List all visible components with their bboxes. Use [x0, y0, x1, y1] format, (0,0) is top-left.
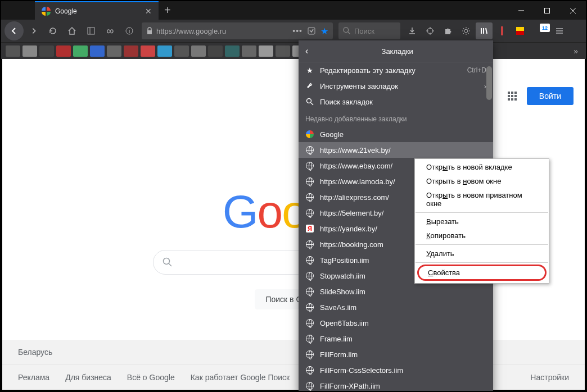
bookmark-label: TagPosition.iim: [320, 256, 369, 265]
bookmark-label: Stopwatch.iim: [320, 272, 365, 280]
back-button[interactable]: [4, 21, 24, 40]
bookmark-item[interactable]: [39, 45, 54, 57]
bookmark-item[interactable]: [242, 45, 256, 57]
star-icon: ★: [305, 66, 314, 75]
context-open-private-window[interactable]: Открыть в новом приватном окне: [415, 188, 549, 211]
context-open-new-window[interactable]: Открыть в новом окне: [415, 174, 549, 188]
tab-title: Google: [55, 7, 141, 15]
context-properties[interactable]: Свойства: [417, 265, 547, 281]
bookmark-label: FillForm-XPath.iim: [320, 382, 380, 390]
bookmark-item[interactable]: [141, 45, 155, 57]
bookmark-item[interactable]: [73, 45, 88, 57]
minimize-button[interactable]: [508, 1, 534, 20]
forward-button[interactable]: [25, 22, 43, 40]
tab-close-icon[interactable]: ✕: [145, 7, 152, 16]
bookmark-item[interactable]: Open6Tabs.iim: [299, 315, 493, 331]
extension-crosshair-icon[interactable]: [422, 22, 439, 39]
search-bookmarks-row[interactable]: Поиск закладок: [299, 94, 493, 110]
sidebar-button[interactable]: [82, 22, 100, 40]
footer-link[interactable]: Всё о Google: [127, 373, 175, 382]
bookmark-item[interactable]: [22, 45, 37, 57]
bookmark-item[interactable]: [225, 45, 240, 57]
browser-tab[interactable]: Google ✕: [35, 1, 159, 20]
context-copy[interactable]: Копировать: [415, 229, 549, 243]
bookmark-label: Frame.iim: [320, 335, 353, 343]
search-icon: [305, 97, 314, 106]
bookmark-item[interactable]: SlideShow.iim: [299, 284, 493, 299]
bookmark-label: https://booking.com: [320, 240, 383, 249]
menu-separator: [416, 212, 548, 213]
bookmark-label: https://yandex.by/: [320, 225, 377, 233]
bookmark-item[interactable]: FillForm-CssSelectors.iim: [299, 362, 493, 378]
bookmark-label: https://www.ebay.com/: [320, 162, 392, 170]
download-button[interactable]: [404, 22, 421, 39]
info-button[interactable]: i: [120, 22, 138, 40]
context-delete[interactable]: Удалить: [415, 247, 549, 261]
footer-link[interactable]: Настройки: [530, 373, 569, 382]
maximize-button[interactable]: [534, 1, 560, 20]
svg-line-11: [348, 32, 350, 34]
extension-puzzle-icon[interactable]: [440, 22, 457, 39]
bookmark-item[interactable]: SaveAs.iim: [299, 299, 493, 315]
reader-icon[interactable]: [307, 26, 316, 35]
bookmark-tools-row[interactable]: Инструменты закладок ›: [299, 78, 493, 94]
library-button[interactable]: [476, 22, 493, 39]
context-cut[interactable]: Вырезать: [415, 215, 549, 229]
bookmark-item[interactable]: [90, 45, 105, 57]
containers-button[interactable]: ∞: [101, 22, 119, 40]
bookmark-item[interactable]: [6, 45, 20, 57]
lock-icon: [146, 27, 153, 35]
globe-icon: [305, 208, 314, 217]
bookmark-star-icon[interactable]: ★: [320, 26, 328, 37]
footer-link[interactable]: Как работает Google Поиск: [191, 373, 290, 382]
bookmark-item[interactable]: [56, 45, 71, 57]
edit-bookmark-row[interactable]: ★ Редактировать эту закладку Ctrl+D: [299, 62, 493, 78]
yandex-icon: Я: [305, 224, 314, 233]
bookmark-item[interactable]: [157, 45, 172, 57]
globe-icon: [305, 193, 314, 202]
bookmark-label: SaveAs.iim: [320, 303, 356, 312]
signin-button[interactable]: Войти: [527, 87, 574, 105]
url-bar[interactable]: https://www.google.ru ••• ★: [142, 22, 333, 39]
reload-button[interactable]: [44, 22, 62, 40]
bookmark-item[interactable]: [276, 45, 290, 57]
settings-gear-icon[interactable]: [458, 22, 475, 39]
bookmark-label: Open6Tabs.iim: [320, 319, 369, 327]
globe-icon: [305, 145, 314, 154]
panel-scrollbar[interactable]: [486, 66, 492, 100]
wrench-icon: [305, 81, 314, 90]
bookmark-item[interactable]: [191, 45, 206, 57]
google-header: Войти: [508, 87, 574, 105]
hamburger-menu-icon[interactable]: [551, 22, 568, 39]
google-favicon: [42, 7, 51, 16]
bookmark-item[interactable]: [259, 45, 273, 57]
extension-red-icon[interactable]: [494, 22, 511, 39]
context-menu: Открыть в новой вкладке Открыть в новом …: [414, 158, 549, 284]
bookmark-item[interactable]: FillForm.iim: [299, 347, 493, 362]
bookmark-item[interactable]: https://www.21vek.by/: [299, 142, 493, 158]
svg-line-20: [486, 28, 487, 34]
google-apps-icon[interactable]: [508, 92, 517, 101]
close-button[interactable]: [560, 1, 586, 20]
extension-flag-icon[interactable]: [512, 22, 529, 39]
bookmark-item[interactable]: Frame.iim: [299, 331, 493, 347]
svg-rect-1: [545, 8, 550, 13]
page-actions-icon[interactable]: •••: [292, 26, 302, 35]
calendar-icon[interactable]: 12: [530, 22, 550, 39]
globe-icon: [305, 287, 314, 296]
bookmark-item[interactable]: [124, 45, 138, 57]
bookmark-item[interactable]: Google: [299, 126, 493, 142]
new-tab-button[interactable]: +: [159, 1, 177, 20]
home-button[interactable]: [63, 22, 81, 40]
bookmark-item[interactable]: [107, 45, 121, 57]
search-bar[interactable]: Поиск: [338, 22, 400, 39]
bookmark-item[interactable]: [208, 45, 223, 57]
recent-section-header: Недавно добавленные закладки: [299, 110, 493, 126]
footer-link[interactable]: Реклама: [18, 373, 49, 382]
bookmark-item[interactable]: [174, 45, 189, 57]
bookmark-overflow-icon[interactable]: »: [570, 47, 581, 56]
context-open-new-tab[interactable]: Открыть в новой вкладке: [415, 160, 549, 174]
footer-link[interactable]: Для бизнеса: [65, 373, 111, 382]
bookmark-item[interactable]: FillForm-XPath.iim: [299, 378, 493, 392]
panel-header: ‹ Закладки: [299, 40, 493, 62]
